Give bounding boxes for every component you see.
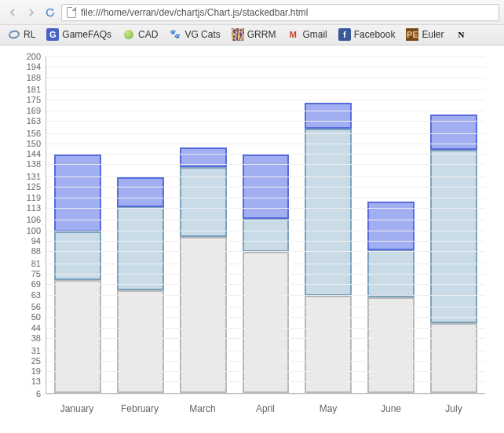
- euler-icon: PE: [406, 28, 418, 41]
- bookmark-gamefaqs[interactable]: G GameFAQs: [42, 27, 116, 42]
- url-bar[interactable]: file:///home/verran/dev/chartjs/Chart.js…: [61, 4, 499, 21]
- y-tick-label: 31: [6, 346, 41, 355]
- gridline: [46, 274, 485, 275]
- bar-segment[interactable]: [430, 323, 477, 393]
- browser-toolbar: file:///home/verran/dev/chartjs/Chart.js…: [0, 0, 504, 25]
- bookmark-label: GameFAQs: [62, 29, 111, 40]
- x-tick-label: February: [108, 397, 171, 419]
- x-tick-label: July: [422, 397, 485, 419]
- bar-column: [360, 56, 422, 393]
- reload-button[interactable]: [42, 5, 58, 20]
- bar-segment[interactable]: [117, 177, 164, 207]
- rl-icon: [8, 28, 20, 41]
- gridline: [46, 295, 485, 296]
- y-tick-label: 44: [6, 323, 41, 333]
- bar-column: [422, 56, 485, 393]
- x-tick-label: May: [297, 397, 360, 419]
- y-tick-label: 194: [6, 62, 41, 71]
- gridline: [46, 361, 485, 362]
- y-tick-label: 106: [6, 215, 41, 224]
- page-content: JanuaryFebruaryMarchAprilMayJuneJuly 613…: [0, 45, 504, 425]
- bar-segment[interactable]: [243, 219, 290, 252]
- gridline: [46, 67, 485, 67]
- gridline: [46, 78, 485, 78]
- y-tick-label: 100: [6, 226, 41, 235]
- y-tick-label: 169: [6, 106, 41, 115]
- forward-button: [24, 5, 39, 20]
- bar-segment[interactable]: [180, 167, 227, 237]
- bookmark-label: RL: [24, 29, 35, 40]
- gridline: [46, 284, 485, 285]
- y-tick-label: 38: [6, 333, 41, 343]
- bar-segment[interactable]: [367, 297, 415, 393]
- y-tick-label: 63: [6, 290, 41, 300]
- bookmark-grrm[interactable]: GRRM GRRM: [227, 27, 281, 42]
- gridline: [46, 187, 485, 187]
- bookmark-gmail[interactable]: M Gmail: [282, 27, 331, 42]
- x-tick-label: January: [46, 397, 108, 419]
- back-button: [5, 5, 20, 20]
- gridline: [46, 220, 485, 220]
- y-tick-label: 88: [6, 246, 41, 256]
- bookmark-cad[interactable]: CAD: [118, 27, 163, 42]
- bar-column: [235, 56, 298, 393]
- gridline: [46, 351, 485, 351]
- gridline: [46, 100, 485, 100]
- cad-icon: [122, 28, 135, 41]
- y-tick-label: 125: [6, 182, 41, 191]
- bar-segment[interactable]: [54, 280, 101, 393]
- stacked-bar[interactable]: [305, 103, 352, 393]
- gridline: [46, 317, 485, 318]
- stacked-bar[interactable]: [180, 147, 227, 393]
- bookmark-label: CAD: [138, 29, 158, 40]
- gridline: [46, 56, 485, 57]
- y-tick-label: 50: [6, 312, 41, 322]
- y-tick-label: 156: [6, 129, 41, 138]
- y-tick-label: 175: [6, 95, 41, 104]
- bar-segment[interactable]: [117, 290, 164, 393]
- stacked-bar-chart: JanuaryFebruaryMarchAprilMayJuneJuly 613…: [6, 56, 488, 419]
- stacked-bar[interactable]: [430, 115, 477, 393]
- bars-container: [46, 56, 485, 393]
- gridline: [46, 264, 485, 264]
- gridline: [46, 231, 485, 231]
- vgcats-icon: 🐾: [169, 28, 181, 41]
- bookmark-vgcats[interactable]: 🐾 VG Cats: [164, 27, 225, 42]
- gridline: [46, 121, 485, 122]
- y-tick-label: 94: [6, 236, 41, 246]
- bookmarks-bar: RL G GameFAQs CAD 🐾 VG Cats GRRM GRRM M …: [0, 25, 504, 45]
- bar-column: [172, 56, 235, 393]
- gridline: [46, 89, 485, 90]
- y-tick-label: 163: [6, 116, 41, 126]
- y-tick-label: 81: [6, 259, 41, 268]
- grrm-icon: GRRM: [232, 28, 244, 41]
- gridline: [46, 144, 485, 144]
- bookmark-euler[interactable]: PE Euler: [401, 27, 448, 42]
- bar-column: [297, 56, 360, 393]
- gridline: [46, 251, 485, 252]
- bar-segment[interactable]: [305, 103, 352, 129]
- bookmark-ny[interactable]: N: [450, 27, 472, 42]
- bar-segment[interactable]: [54, 231, 101, 280]
- y-tick-label: 131: [6, 172, 41, 181]
- y-tick-label: 6: [6, 389, 41, 398]
- x-axis-labels: JanuaryFebruaryMarchAprilMayJuneJuly: [46, 397, 485, 419]
- bookmark-label: Gmail: [302, 29, 327, 40]
- y-tick-label: 138: [6, 159, 41, 169]
- gridline: [46, 381, 485, 382]
- gridline: [46, 394, 485, 395]
- gamefaqs-icon: G: [46, 28, 59, 41]
- bar-segment[interactable]: [180, 237, 227, 393]
- url-text: file:///home/verran/dev/chartjs/Chart.js…: [81, 7, 308, 18]
- bookmark-rl[interactable]: RL: [3, 27, 40, 42]
- y-tick-label: 113: [6, 203, 41, 213]
- gridline: [46, 133, 485, 134]
- bar-segment[interactable]: [367, 202, 415, 250]
- bar-segment[interactable]: [305, 296, 352, 393]
- bar-segment[interactable]: [430, 150, 477, 324]
- y-tick-label: 119: [6, 193, 41, 202]
- y-tick-label: 200: [6, 52, 41, 61]
- bookmark-facebook[interactable]: f Facebook: [334, 27, 400, 42]
- y-tick-label: 144: [6, 149, 41, 158]
- gridline: [46, 307, 485, 307]
